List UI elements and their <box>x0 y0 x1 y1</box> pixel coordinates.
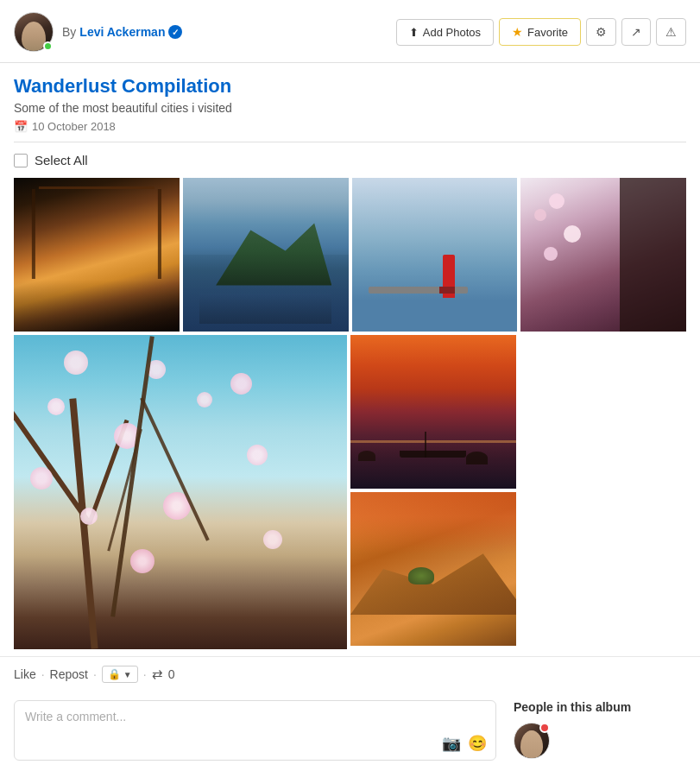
comment-input-area[interactable]: Write a comment... 📷 😊 <box>14 700 496 761</box>
share-icon: ↗ <box>631 25 641 39</box>
comment-icons-row: 📷 😊 <box>442 734 487 753</box>
emoji-icon[interactable]: 😊 <box>468 734 487 753</box>
lock-icon: 🔒 <box>108 668 121 680</box>
camera-icon[interactable]: 📷 <box>442 734 461 753</box>
verified-badge: ✓ <box>168 25 182 39</box>
people-section: People in this album <box>514 700 686 761</box>
photo-row-2-right <box>350 335 517 649</box>
like-button[interactable]: Like <box>14 667 36 681</box>
avatar-wrap[interactable] <box>14 12 54 52</box>
share-button[interactable]: ↗ <box>621 18 651 46</box>
alert-icon: ⚠ <box>665 25 677 39</box>
page-header: By Levi Ackerman ✓ ⬆ Add Photos ★ Favori… <box>0 0 700 63</box>
notification-dot <box>539 723 550 733</box>
photo-item-7[interactable] <box>350 492 517 646</box>
select-all-row: Select All <box>0 142 700 178</box>
header-left: By Levi Ackerman ✓ <box>14 12 182 52</box>
sep-1: · <box>41 667 45 681</box>
select-all-checkbox[interactable] <box>14 154 28 167</box>
album-date: 10 October 2018 <box>32 120 116 133</box>
album-date-row: 📅 10 October 2018 <box>14 120 686 133</box>
calendar-icon: 📅 <box>14 120 28 133</box>
online-indicator <box>43 41 53 51</box>
repost-count: 0 <box>168 667 175 681</box>
upload-icon: ⬆ <box>409 26 419 39</box>
comment-box-wrap: Write a comment... 📷 😊 <box>14 700 496 761</box>
bottom-section: Write a comment... 📷 😊 People in this al… <box>0 692 700 774</box>
photo-item-2[interactable] <box>183 178 349 332</box>
star-icon: ★ <box>512 25 523 39</box>
action-bar: Like · Repost · 🔒 ▼ · ⇄ 0 <box>0 656 700 692</box>
user-info: By Levi Ackerman ✓ <box>62 25 182 39</box>
add-photos-button[interactable]: ⬆ Add Photos <box>396 19 494 46</box>
alert-button[interactable]: ⚠ <box>656 18 686 46</box>
album-info: Wanderlust Compilation Some of the most … <box>0 63 700 142</box>
privacy-dropdown-icon: ▼ <box>123 670 132 679</box>
people-title: People in this album <box>514 700 686 714</box>
photo-row-1 <box>14 178 686 332</box>
privacy-selector[interactable]: 🔒 ▼ <box>102 666 138 683</box>
by-label: By <box>62 25 76 39</box>
comment-placeholder: Write a comment... <box>15 701 495 732</box>
photo-grid-container <box>0 178 700 653</box>
select-all-label[interactable]: Select All <box>35 153 88 167</box>
repost-button[interactable]: Repost <box>50 667 88 681</box>
header-actions: ⬆ Add Photos ★ Favorite ⚙ ↗ ⚠ <box>396 18 686 46</box>
sep-3: · <box>143 667 147 681</box>
repost-icon: ⇄ <box>152 666 163 682</box>
photo-row-2 <box>14 335 686 649</box>
photo-item-6[interactable] <box>350 335 517 489</box>
album-description: Some of the most beautiful cities i visi… <box>14 101 686 115</box>
person-avatar-1[interactable] <box>514 723 550 759</box>
gear-icon: ⚙ <box>596 25 607 39</box>
photo-item-5[interactable] <box>14 335 347 649</box>
settings-button[interactable]: ⚙ <box>586 18 616 46</box>
album-title: Wanderlust Compilation <box>14 75 686 98</box>
photo-item-3[interactable] <box>352 178 518 332</box>
favorite-button[interactable]: ★ Favorite <box>499 18 581 46</box>
people-avatars-row <box>514 723 686 759</box>
sep-2: · <box>93 667 97 681</box>
photo-item-4[interactable] <box>520 178 686 332</box>
username-link[interactable]: Levi Ackerman <box>79 25 165 39</box>
photo-item-1[interactable] <box>14 178 180 332</box>
